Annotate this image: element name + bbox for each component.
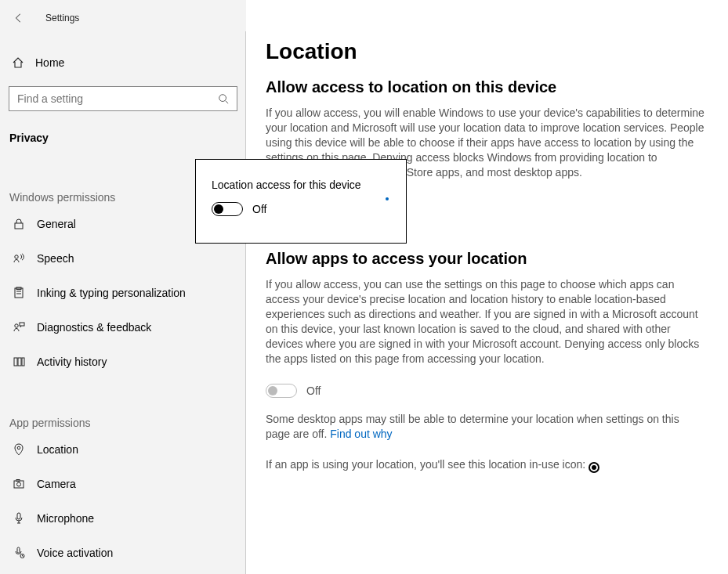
nav-item-label: Speech: [37, 252, 74, 265]
svg-rect-2: [15, 223, 23, 229]
svg-point-13: [17, 446, 20, 449]
section-device-location-heading: Allow access to location on this device: [266, 78, 704, 96]
nav-item-label: Camera: [37, 478, 76, 490]
section-apps-location-heading: Allow apps to access your location: [266, 250, 704, 268]
desktop-apps-note: Some desktop apps may still be able to d…: [266, 412, 704, 442]
svg-point-0: [219, 95, 226, 102]
nav-item-camera[interactable]: Camera: [0, 467, 246, 501]
sidebar-divider: [245, 31, 246, 574]
section-apps-location-body: If you allow access, you can use the set…: [266, 277, 704, 366]
nav-home-label: Home: [35, 56, 64, 69]
window-title: Settings: [45, 13, 79, 23]
device-location-toggle[interactable]: [212, 202, 243, 216]
svg-rect-9: [20, 323, 24, 326]
search-input[interactable]: [17, 92, 218, 105]
inuse-icon-note-text: If an app is using your location, you'll…: [266, 458, 589, 471]
device-location-toggle-label: Off: [252, 203, 266, 215]
svg-rect-10: [14, 358, 17, 366]
sidebar: Settings Home Privacy Windows permission…: [0, 0, 246, 574]
svg-rect-11: [18, 358, 21, 366]
nav-item-label: Microphone: [37, 512, 94, 525]
nav-home[interactable]: Home: [0, 47, 246, 78]
svg-point-15: [17, 482, 21, 486]
svg-rect-17: [17, 513, 20, 519]
search-input-container[interactable]: [9, 86, 237, 111]
nav-item-microphone[interactable]: Microphone: [0, 501, 246, 536]
nav-item-diagnostics[interactable]: Diagnostics & feedback: [0, 310, 246, 345]
nav-item-label: Diagnostics & feedback: [37, 321, 151, 334]
category-label: Privacy: [0, 132, 246, 144]
microphone-icon: [12, 511, 26, 525]
location-icon: [12, 442, 26, 457]
svg-rect-18: [17, 547, 20, 553]
group-app-permissions: App permissions: [0, 417, 246, 429]
apps-location-toggle-row: Off: [266, 384, 704, 398]
flyout-title: Location access for this device: [212, 179, 390, 191]
clipboard-icon: [12, 286, 26, 300]
lock-icon: [12, 217, 26, 231]
nav-item-activity-history[interactable]: Activity history: [0, 345, 246, 379]
speech-icon: [12, 251, 26, 265]
nav-item-label: General: [37, 218, 76, 230]
back-icon[interactable]: [12, 11, 26, 25]
loading-indicator-icon: [386, 197, 389, 200]
find-out-why-link[interactable]: Find out why: [330, 428, 392, 440]
location-access-flyout: Location access for this device Off: [195, 159, 407, 244]
titlebar: Settings: [0, 6, 246, 30]
inuse-icon-note: If an app is using your location, you'll…: [266, 457, 704, 473]
nav-item-location[interactable]: Location: [0, 432, 246, 467]
home-icon: [12, 56, 24, 69]
location-inuse-icon: [589, 462, 599, 473]
desktop-apps-note-text: Some desktop apps may still be able to d…: [266, 413, 679, 440]
main-content: Location Allow access to location on thi…: [266, 39, 728, 574]
voice-activation-icon: [12, 546, 26, 560]
svg-line-1: [226, 101, 229, 104]
svg-point-8: [15, 324, 18, 327]
nav-item-label: Inking & typing personalization: [37, 287, 186, 299]
nav-item-label: Activity history: [37, 356, 107, 368]
nav-item-inking[interactable]: Inking & typing personalization: [0, 276, 246, 310]
apps-location-toggle: [266, 384, 297, 398]
camera-icon: [12, 477, 26, 491]
search-icon: [218, 93, 229, 104]
svg-rect-12: [22, 358, 24, 366]
nav-item-speech[interactable]: Speech: [0, 241, 246, 276]
apps-location-toggle-label: Off: [306, 384, 321, 397]
nav-item-voice-activation[interactable]: Voice activation: [0, 536, 246, 570]
nav-item-label: Location: [37, 443, 78, 456]
history-icon: [12, 355, 26, 369]
nav-item-label: Voice activation: [37, 547, 113, 559]
page-title: Location: [266, 39, 704, 64]
svg-rect-14: [14, 481, 24, 488]
feedback-icon: [12, 320, 26, 334]
svg-point-3: [15, 255, 18, 258]
